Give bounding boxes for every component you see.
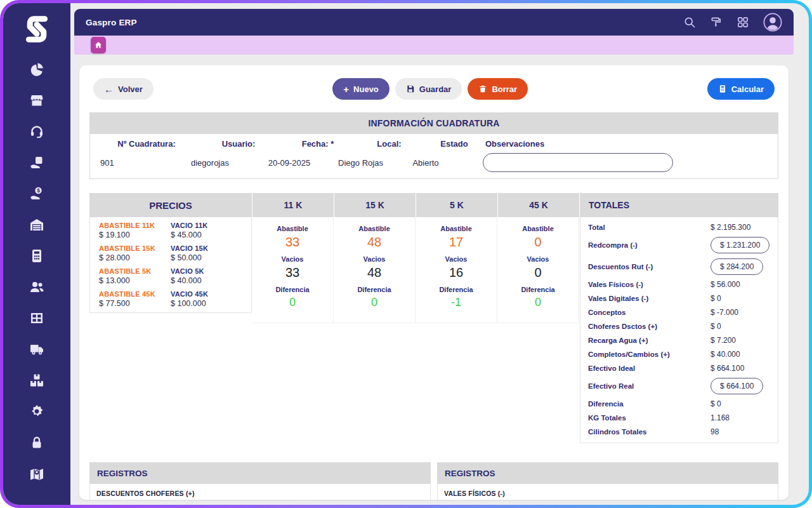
registros-sublabel: DESCUENTOS CHOFERES (+) xyxy=(96,490,424,497)
totales-row: KG Totales1.168 xyxy=(580,411,778,425)
content-card: ← Volver + Nuevo Guardar Borrar xyxy=(79,65,789,500)
totales-row: Vales Digitales (-)$ 0 xyxy=(580,291,778,305)
kcol-11k: 11 K Abastible 33 Vacios 33 Diferencia 0 xyxy=(252,193,334,323)
registros-vales-panel: REGISTROS VALES FÍSICOS (-) xyxy=(437,462,778,500)
top-navbar: Gaspro ERP xyxy=(74,9,794,36)
totales-panel: TOTALES Total$ 2.195.300 Redcompra (-)$ … xyxy=(580,193,778,443)
precios-title: PRECIOS xyxy=(89,193,252,217)
totales-row: Total$ 2.195.300 xyxy=(580,220,778,234)
totales-row: Vales Físicos (-)$ 56.000 xyxy=(580,277,778,291)
abastible-5k-value: 17 xyxy=(416,235,497,250)
precio-row: ABASTIBLE 45K$ 77.500 VACIO 45K$ 100.000 xyxy=(90,288,251,311)
totales-row: Redcompra (-)$ 1.231.200 xyxy=(580,234,778,256)
gear-icon[interactable] xyxy=(29,404,44,419)
descuentos-rut-input[interactable]: $ 284.200 xyxy=(710,258,763,275)
redcompra-input[interactable]: $ 1.231.200 xyxy=(710,237,769,253)
abastible-45k-value: 0 xyxy=(497,235,579,250)
field-value-usuario: diegorojas xyxy=(166,158,254,168)
totales-row: Descuentos Rut (-)$ 284.200 xyxy=(580,256,778,277)
precios-panel: PRECIOS ABASTIBLE 11K$ 19.100 VACIO 11K$… xyxy=(89,193,252,313)
truck-icon[interactable] xyxy=(29,342,44,357)
nuevo-button[interactable]: + Nuevo xyxy=(332,78,390,100)
home-button[interactable] xyxy=(91,37,106,53)
breadcrumb xyxy=(74,36,794,55)
headset-icon[interactable] xyxy=(29,124,44,139)
trash-icon xyxy=(478,84,487,93)
boxes-icon[interactable] xyxy=(29,373,44,388)
field-value-estado: Abierto xyxy=(397,158,454,168)
guardar-button[interactable]: Guardar xyxy=(395,78,462,100)
registros-descuentos-panel: REGISTROS DESCUENTOS CHOFERES (+) xyxy=(89,462,431,500)
pie-chart-icon[interactable] xyxy=(29,62,44,77)
map-pin-icon[interactable] xyxy=(29,466,44,481)
field-label-usuario: Usuario: xyxy=(194,139,283,149)
info-cuadratura-section: INFORMACIÓN CUADRATURA Nº Cuadratura: Us… xyxy=(89,112,778,179)
info-section-title: INFORMACIÓN CUADRATURA xyxy=(89,112,778,134)
paint-roller-icon[interactable] xyxy=(710,16,723,29)
diferencia-15k-value: 0 xyxy=(334,296,415,309)
search-icon[interactable] xyxy=(683,16,696,29)
kcol-15k: 15 K Abastible 48 Vacios 48 Diferencia 0 xyxy=(334,193,416,323)
totales-row: Diferencia$ 0 xyxy=(580,397,778,411)
totales-title: TOTALES xyxy=(580,193,778,217)
svg-text:$: $ xyxy=(37,187,40,194)
table-icon[interactable] xyxy=(29,311,44,326)
diferencia-45k-value: 0 xyxy=(497,296,579,309)
app-title: Gaspro ERP xyxy=(86,18,137,27)
vacios-5k-value: 16 xyxy=(416,265,497,280)
precio-row: ABASTIBLE 11K$ 19.100 VACIO 11K$ 45.000 xyxy=(90,219,251,242)
field-label-observaciones: Observaciones xyxy=(483,139,769,149)
field-value-fecha: 20-09-2025 xyxy=(254,158,324,168)
calculator-icon[interactable] xyxy=(29,248,44,264)
apps-grid-icon[interactable] xyxy=(737,16,749,29)
diferencia-5k-value: -1 xyxy=(416,296,497,309)
observaciones-input[interactable] xyxy=(483,153,673,172)
lock-icon[interactable] xyxy=(29,435,44,450)
abastible-11k-value: 33 xyxy=(252,235,333,250)
totales-row: Conceptos$ -7.000 xyxy=(580,305,778,319)
totales-row: Cilindros Totales98 xyxy=(580,425,778,439)
efectivo-real-input[interactable]: $ 664.100 xyxy=(710,378,763,394)
borrar-button[interactable]: Borrar xyxy=(468,78,528,100)
abastible-15k-value: 48 xyxy=(334,235,415,250)
toolbar: ← Volver + Nuevo Guardar Borrar xyxy=(93,78,775,100)
precio-row: ABASTIBLE 15K$ 28.000 VACIO 15K$ 50.000 xyxy=(90,242,251,265)
totales-row: Efectivo Real$ 664.100 xyxy=(580,375,778,397)
totales-row: Efectivo Ideal$ 664.100 xyxy=(580,361,778,375)
user-avatar[interactable] xyxy=(763,13,782,32)
sidebar-nav: $ xyxy=(29,62,44,481)
users-icon[interactable] xyxy=(29,279,44,295)
save-icon xyxy=(406,84,415,93)
home-icon xyxy=(94,41,103,50)
vacios-11k-value: 33 xyxy=(252,265,333,280)
registros-title: REGISTROS xyxy=(437,462,778,484)
diferencia-11k-value: 0 xyxy=(252,296,333,309)
field-label-cuadratura: Nº Cuadratura: xyxy=(99,139,194,149)
registros-sublabel: VALES FÍSICOS (-) xyxy=(444,490,771,497)
kcol-45k: 45 K Abastible 0 Vacios 0 Diferencia 0 xyxy=(497,193,579,323)
totales-row: Choferes Dsctos (+)$ 0 xyxy=(580,319,778,333)
sidebar: $ xyxy=(3,3,70,505)
field-label-local: Local: xyxy=(353,139,426,149)
calculator-icon xyxy=(718,84,727,93)
main-area: Gaspro ERP xyxy=(70,3,809,505)
registros-title: REGISTROS xyxy=(89,462,431,484)
cilindros-panel: 11 K Abastible 33 Vacios 33 Diferencia 0… xyxy=(252,193,579,323)
field-label-fecha: Fecha: * xyxy=(283,139,353,149)
arrow-left-icon: ← xyxy=(104,84,114,94)
calcular-button[interactable]: Calcular xyxy=(707,78,775,100)
hand-box-icon[interactable] xyxy=(29,155,44,170)
totales-row: Recarga Agua (+)$ 7.200 xyxy=(580,333,778,347)
vacios-45k-value: 0 xyxy=(497,265,579,280)
store-icon[interactable] xyxy=(29,93,44,108)
volver-button[interactable]: ← Volver xyxy=(93,78,154,100)
precio-row: ABASTIBLE 5K$ 13.000 VACIO 5K$ 40.000 xyxy=(90,265,251,288)
vacios-15k-value: 48 xyxy=(334,265,415,280)
field-label-estado: Estado xyxy=(426,139,483,149)
kcol-5k: 5 K Abastible 17 Vacios 16 Diferencia -1 xyxy=(416,193,497,323)
warehouse-icon[interactable] xyxy=(29,217,44,232)
plus-icon: + xyxy=(343,84,349,94)
gaspro-logo-icon xyxy=(20,12,54,46)
hand-dollar-icon[interactable]: $ xyxy=(29,186,44,201)
field-value-local: Diego Rojas xyxy=(324,158,397,168)
